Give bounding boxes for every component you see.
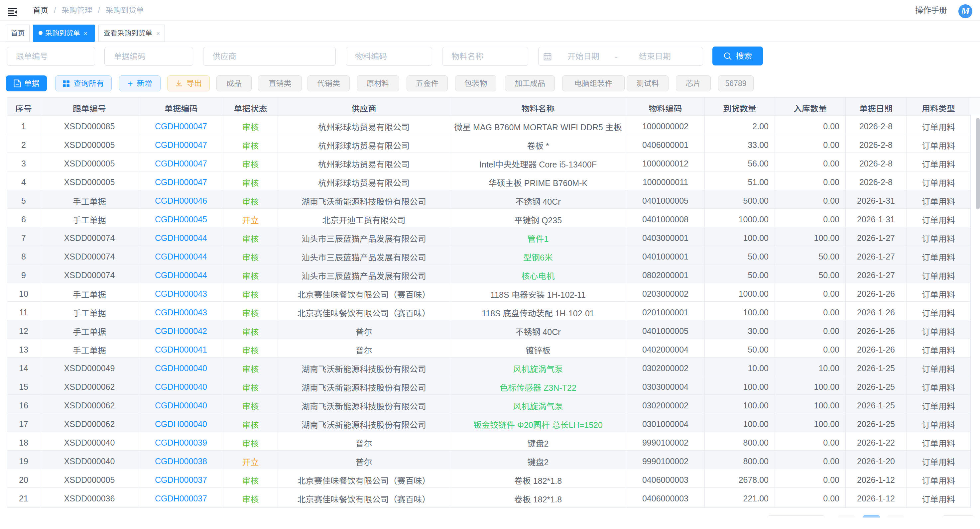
svg-text:M: M (961, 5, 970, 16)
